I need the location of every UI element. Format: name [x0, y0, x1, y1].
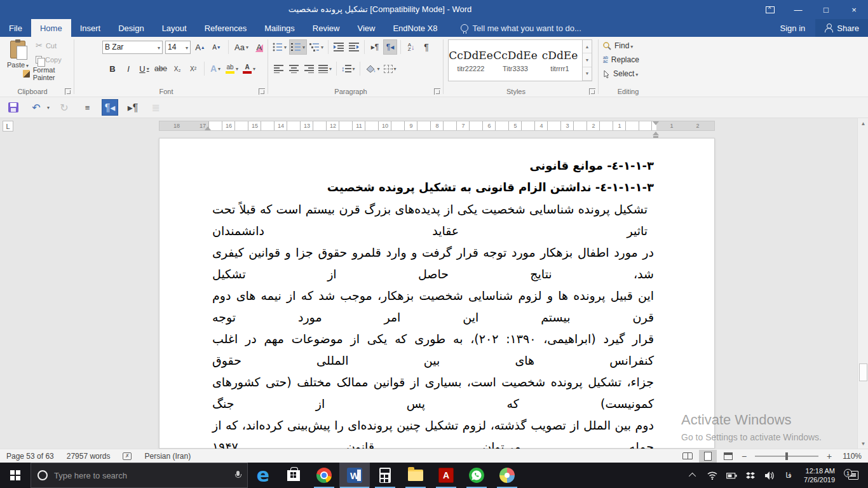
tab-references[interactable]: References — [196, 19, 255, 37]
taskbar-app-word[interactable]: W — [339, 463, 370, 488]
dropbox-icon[interactable] — [743, 471, 758, 480]
redo-button[interactable]: ↻ — [56, 99, 72, 116]
taskbar-app-calculator[interactable] — [370, 463, 400, 488]
speaker-icon[interactable] — [762, 471, 777, 480]
scroll-up-arrow[interactable]: ▲ — [858, 118, 868, 128]
battery-icon[interactable] — [724, 472, 739, 479]
bold-button[interactable]: B — [105, 61, 119, 76]
hanging-indent-marker[interactable] — [653, 132, 659, 135]
align-right-button[interactable] — [302, 61, 316, 76]
style-item-titr22222[interactable]: CcDdEetitr22222 — [449, 40, 493, 81]
zoom-in-button[interactable]: + — [825, 451, 834, 461]
zoom-level[interactable]: 110% — [836, 452, 862, 461]
taskbar-app-store[interactable] — [278, 463, 309, 488]
align-left-button[interactable] — [271, 61, 285, 76]
taskbar-app-paint3d[interactable] — [492, 463, 522, 488]
tab-home[interactable]: Home — [31, 19, 71, 37]
tab-review[interactable]: Review — [304, 19, 349, 37]
tab-endnote-x8[interactable]: EndNote X8 — [384, 19, 446, 37]
clipboard-dialog-launcher[interactable] — [65, 88, 71, 95]
proofing-status[interactable]: ✗ — [116, 452, 138, 460]
start-button[interactable] — [0, 463, 31, 488]
change-case-button[interactable]: Aa — [233, 39, 250, 55]
justify-quick-button[interactable]: ≡ — [79, 99, 95, 116]
zoom-slider-thumb[interactable] — [785, 452, 788, 460]
bullets-button[interactable] — [271, 39, 288, 55]
minimize-button[interactable]: — — [784, 0, 812, 19]
sign-in-button[interactable]: Sign in — [770, 24, 816, 33]
taskbar-app-whatsapp[interactable] — [461, 463, 492, 488]
text-effects-button[interactable]: A — [208, 61, 222, 76]
zoom-slider[interactable] — [755, 456, 818, 457]
maximize-button[interactable]: □ — [812, 0, 840, 19]
italic-button[interactable]: I — [121, 61, 135, 76]
numbering-button[interactable] — [289, 39, 307, 55]
taskbar-app-chrome[interactable] — [309, 463, 339, 488]
line-spacing-button[interactable]: ↕ — [340, 61, 356, 76]
find-button[interactable]: Find — [603, 39, 633, 52]
tab-insert[interactable]: Insert — [71, 19, 110, 37]
taskbar-clock[interactable]: 12:18 AM 7/26/2019 — [800, 466, 839, 484]
justify-button[interactable] — [317, 61, 333, 76]
print-layout-button[interactable] — [699, 450, 717, 463]
close-button[interactable]: × — [840, 0, 868, 19]
ribbon-display-options-button[interactable] — [756, 0, 784, 19]
copy-button[interactable]: Copy — [36, 53, 62, 65]
styles-scroll-down[interactable]: ▼ — [583, 53, 592, 67]
ltr-direction-button[interactable]: ▸¶ — [368, 39, 382, 55]
superscript-button[interactable]: X² — [186, 61, 200, 76]
cut-button[interactable]: ✂ Cut — [36, 39, 57, 51]
shading-button[interactable] — [363, 61, 381, 76]
horizontal-ruler[interactable]: 18171615141312111098765432112 — [159, 121, 715, 131]
search-input[interactable] — [54, 471, 228, 480]
document-text[interactable]: ۱-۱-۳-٤- موانع قانونی۱-۱-۱-۳-٤- نداشتن ا… — [212, 155, 654, 488]
taskbar-app-edge[interactable]: e — [248, 463, 278, 488]
replace-button[interactable]: abac Replace — [603, 53, 639, 66]
tab-view[interactable]: View — [348, 19, 384, 37]
input-language-indicator[interactable]: فا — [781, 471, 796, 480]
tell-me-box[interactable]: Tell me what you want to do... — [461, 19, 581, 37]
show-marks-button[interactable]: ¶ — [419, 39, 433, 55]
styles-dialog-launcher[interactable] — [589, 88, 595, 95]
sort-button[interactable]: AZ ↓ — [404, 39, 418, 55]
undo-dropdown-icon[interactable]: ▾ — [47, 105, 50, 111]
share-button[interactable]: Share — [815, 19, 868, 37]
grow-font-button[interactable]: A▲ — [193, 39, 207, 55]
font-size-combo[interactable]: 14 — [165, 41, 191, 54]
shrink-font-button[interactable]: A▼ — [210, 39, 224, 55]
highlight-color-button[interactable]: ab — [224, 61, 240, 76]
increase-indent-button[interactable] — [347, 39, 361, 55]
font-name-combo[interactable]: B Zar — [102, 41, 163, 54]
tab-design[interactable]: Design — [109, 19, 153, 37]
rtl-quick-button[interactable]: ¶◂ — [102, 99, 118, 116]
styles-more-button[interactable]: ▼ — [583, 67, 592, 81]
tab-file[interactable]: File — [0, 19, 31, 37]
web-layout-button[interactable] — [719, 450, 737, 463]
undo-button[interactable]: ↶ — [28, 99, 44, 116]
tab-stop-selector[interactable]: L — [3, 121, 13, 132]
scrollbar-thumb[interactable] — [859, 363, 867, 381]
page-indicator[interactable]: Page 53 of 63 — [0, 452, 60, 461]
subscript-button[interactable]: X₂ — [170, 61, 184, 76]
action-center-button[interactable]: 1 — [843, 471, 864, 480]
font-dialog-launcher[interactable] — [259, 88, 265, 95]
scroll-down-arrow[interactable]: ▼ — [858, 438, 868, 449]
save-button[interactable] — [5, 99, 22, 116]
language-indicator[interactable]: Persian (Iran) — [138, 452, 197, 461]
zoom-out-button[interactable]: − — [740, 451, 749, 461]
rtl-direction-button[interactable]: ¶◂ — [383, 39, 397, 55]
align-center-button[interactable] — [287, 61, 301, 76]
paragraph-dialog-launcher[interactable] — [434, 88, 440, 95]
select-button[interactable]: Select — [603, 67, 638, 80]
multilevel-list-button[interactable] — [308, 39, 325, 55]
vertical-scrollbar[interactable]: ▲ ▼ — [857, 118, 868, 449]
first-line-indent-marker[interactable] — [653, 121, 659, 125]
ltr-quick-button[interactable]: ▸¶ — [125, 99, 141, 116]
font-color-button[interactable]: A — [241, 61, 257, 76]
taskbar-app-acrobat[interactable]: A — [431, 463, 461, 488]
borders-button[interactable] — [383, 61, 398, 76]
strikethrough-button[interactable]: abe — [153, 61, 168, 76]
format-painter-button[interactable]: Format Painter — [23, 67, 74, 79]
read-mode-button[interactable] — [679, 450, 696, 463]
left-indent-marker[interactable] — [205, 126, 211, 130]
